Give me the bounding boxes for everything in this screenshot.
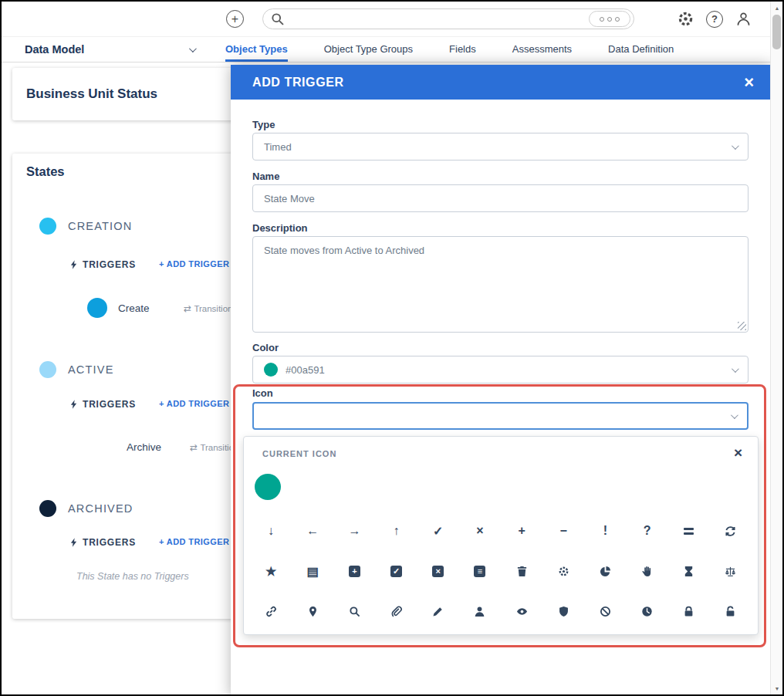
- sync-icon[interactable]: [710, 511, 752, 551]
- type-value: Timed: [264, 141, 292, 153]
- triggers-label: TRIGGERS: [83, 399, 136, 410]
- trigger-name-archive: Archive: [127, 441, 161, 453]
- chart-pie-icon[interactable]: [584, 551, 626, 591]
- state-dot-archived: [39, 500, 56, 517]
- current-icon-label: CURRENT ICON: [262, 449, 336, 458]
- hand-icon[interactable]: [627, 551, 668, 591]
- star-icon[interactable]: ★: [250, 551, 292, 591]
- ellipsis-icon[interactable]: [589, 11, 630, 27]
- square-check-icon[interactable]: ✓: [376, 551, 417, 591]
- help-icon[interactable]: ?: [706, 11, 723, 28]
- check-icon[interactable]: ✓: [417, 511, 459, 551]
- icon-label: Icon: [252, 387, 273, 399]
- chevron-down-icon: [732, 142, 739, 150]
- description-textarea[interactable]: State moves from Active to Archived: [252, 236, 749, 333]
- eye-icon[interactable]: [501, 591, 542, 631]
- question-icon[interactable]: ?: [627, 511, 668, 551]
- search-input[interactable]: [290, 13, 589, 25]
- current-icon-swatch[interactable]: [255, 474, 281, 500]
- times-icon[interactable]: ×: [459, 511, 501, 551]
- no-triggers-note: This State has no Triggers: [76, 571, 189, 582]
- exclamation-icon[interactable]: !: [584, 511, 626, 551]
- file-lines-icon[interactable]: ▤: [292, 551, 333, 591]
- icon-grid: ↓←→↑✓×+−!?★▤+✓×≡: [250, 511, 752, 631]
- hourglass-icon[interactable]: [668, 551, 710, 591]
- gear-icon[interactable]: [677, 10, 694, 28]
- paperclip-icon[interactable]: [376, 591, 417, 631]
- link-icon[interactable]: [250, 591, 292, 631]
- shield-icon[interactable]: [542, 591, 584, 631]
- arrow-left-icon[interactable]: ←: [292, 511, 333, 551]
- pencil-icon[interactable]: [417, 591, 459, 631]
- lightning-icon: [69, 537, 79, 548]
- data-model-dropdown[interactable]: Data Model: [2, 37, 211, 62]
- minus-icon[interactable]: −: [542, 511, 584, 551]
- square-plus-icon[interactable]: +: [333, 551, 375, 591]
- trigger-dot-create: [87, 298, 107, 318]
- map-marker-icon[interactable]: [292, 591, 333, 631]
- tab-data-definition[interactable]: Data Definition: [608, 37, 674, 62]
- description-label: Description: [252, 222, 308, 234]
- color-swatch: [264, 363, 278, 377]
- icon-picker-panel: CURRENT ICON × ↓←→↑✓×+−!?★▤+✓×≡: [243, 436, 759, 635]
- chevron-down-icon: [732, 365, 739, 373]
- user-icon[interactable]: [735, 10, 752, 28]
- list-icon[interactable]: ≡: [459, 551, 501, 591]
- vertical-scrollbar[interactable]: ▲ ▼: [770, 2, 782, 694]
- tab-fields[interactable]: Fields: [449, 37, 476, 62]
- chevron-down-icon: [189, 45, 197, 52]
- state-dot-active: [39, 361, 56, 378]
- add-trigger-link[interactable]: + ADD TRIGGER: [159, 399, 229, 408]
- triggers-row: TRIGGERS: [69, 398, 136, 411]
- data-model-label: Data Model: [25, 43, 84, 56]
- gear-icon[interactable]: [542, 551, 584, 591]
- ban-icon[interactable]: [584, 591, 626, 631]
- trigger-name-create: Create: [118, 302, 150, 314]
- search-icon[interactable]: [333, 591, 375, 631]
- tab-object-types[interactable]: Object Types: [225, 37, 288, 62]
- name-input[interactable]: [264, 193, 737, 204]
- triggers-label: TRIGGERS: [83, 259, 136, 270]
- icon-select[interactable]: [252, 402, 749, 430]
- state-name-active: ACTIVE: [68, 363, 114, 376]
- balance-scale-icon[interactable]: [710, 551, 752, 591]
- add-icon[interactable]: +: [226, 10, 244, 28]
- scroll-down-arrow-icon[interactable]: ▼: [771, 682, 783, 694]
- type-label: Type: [252, 119, 275, 130]
- arrow-right-icon[interactable]: →: [333, 511, 375, 551]
- top-bar-actions: ?: [677, 10, 752, 28]
- trash-icon[interactable]: [501, 551, 542, 591]
- search-box[interactable]: [262, 8, 634, 29]
- search-icon: [271, 12, 284, 25]
- clock-icon[interactable]: [627, 591, 668, 631]
- close-icon[interactable]: ×: [744, 74, 754, 91]
- transitions-text: Transitions: [190, 442, 231, 453]
- plus-icon[interactable]: +: [501, 511, 542, 551]
- triggers-row: TRIGGERS: [69, 258, 136, 271]
- color-select[interactable]: #00a591: [252, 356, 749, 383]
- arrow-down-icon[interactable]: ↓: [250, 511, 292, 551]
- app-window: + ? Data Model Object Types Object Type …: [0, 0, 784, 696]
- name-field-wrap: [252, 184, 749, 212]
- icon-input[interactable]: [265, 411, 731, 422]
- clear-icon[interactable]: ×: [734, 444, 742, 461]
- scroll-up-arrow-icon[interactable]: ▲: [771, 2, 783, 14]
- tab-assessments[interactable]: Assessments: [512, 37, 572, 62]
- square-x-icon[interactable]: ×: [417, 551, 459, 591]
- add-trigger-modal: ADD TRIGGER × Type Timed Name Descriptio…: [231, 65, 771, 696]
- add-trigger-link[interactable]: + ADD TRIGGER: [159, 537, 229, 546]
- modal-title: ADD TRIGGER: [252, 76, 344, 90]
- arrow-up-icon[interactable]: ↑: [376, 511, 417, 551]
- grip-lines-icon[interactable]: [668, 511, 710, 551]
- type-select[interactable]: Timed: [252, 133, 749, 160]
- states-heading: States: [26, 164, 65, 179]
- add-trigger-link[interactable]: + ADD TRIGGER: [159, 259, 229, 269]
- lock-icon[interactable]: [668, 591, 710, 631]
- lightning-icon: [69, 259, 79, 270]
- tab-object-type-groups[interactable]: Object Type Groups: [324, 37, 413, 62]
- user-icon[interactable]: [459, 591, 501, 631]
- unlock-icon[interactable]: [710, 591, 752, 631]
- state-name-archived: ARCHIVED: [68, 502, 133, 515]
- scrollbar-thumb[interactable]: [772, 15, 781, 49]
- top-bar: + ?: [2, 2, 773, 37]
